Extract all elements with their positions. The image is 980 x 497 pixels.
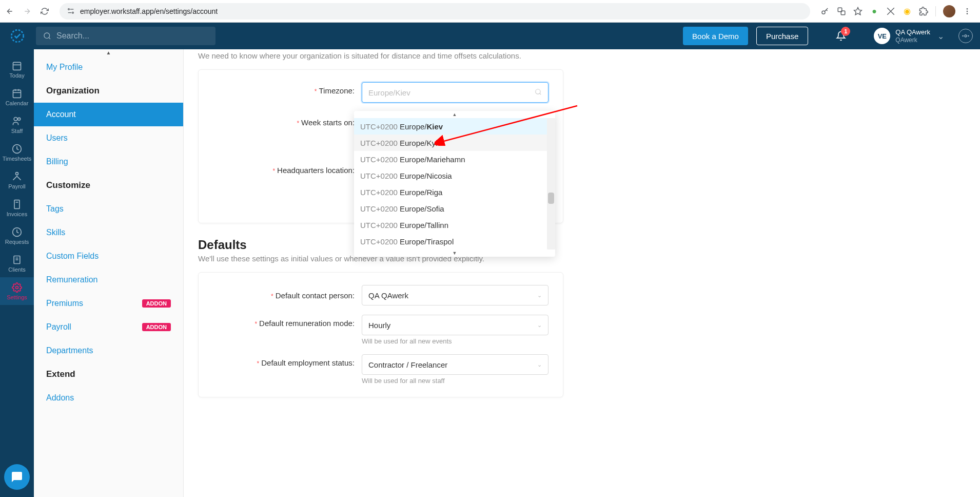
sidebar-item-billing[interactable]: Billing: [34, 150, 183, 174]
ext3-icon[interactable]: ◉: [903, 7, 912, 16]
svg-rect-17: [13, 62, 21, 70]
svg-point-14: [965, 35, 967, 37]
profile-avatar-icon[interactable]: [943, 5, 955, 17]
rail-today[interactable]: Today: [0, 55, 34, 83]
extensions-icon[interactable]: [919, 7, 928, 16]
content-area: Time & Location We need to know where yo…: [184, 49, 980, 497]
main-layout: Today Calendar Staff Timesheets Payroll …: [0, 49, 980, 497]
svg-point-8: [967, 8, 968, 10]
employment-select[interactable]: Contractor / Freelancer⌄: [362, 354, 548, 375]
sidebar-item-users[interactable]: Users: [34, 126, 183, 150]
forward-icon[interactable]: [23, 7, 32, 16]
dropdown-item[interactable]: UTC+0200 Europe/Tallinn: [354, 217, 555, 233]
rail-timesheets[interactable]: Timesheets: [0, 139, 34, 166]
book-demo-button[interactable]: Book a Demo: [683, 27, 748, 45]
back-icon[interactable]: [5, 7, 14, 16]
dropdown-item[interactable]: UTC+0200 Europe/Nicosia: [354, 167, 555, 184]
browser-actions: ● ◉: [820, 5, 975, 17]
svg-marker-7: [854, 7, 862, 14]
svg-line-35: [540, 93, 541, 94]
svg-point-12: [44, 33, 50, 39]
dropdown-scrollbar[interactable]: [547, 118, 555, 250]
user-avatar: VE: [874, 28, 890, 44]
app-header: Search... Book a Demo Purchase 1 VE QA Q…: [0, 23, 980, 49]
contact-label: *Default contact person:: [213, 291, 362, 300]
reload-icon[interactable]: [40, 7, 49, 16]
timezone-dropdown: ▲ UTC+0200 Europe/KievUTC+0200 Europe/Ky…: [354, 111, 555, 257]
sidebar-item-custom-fields[interactable]: Custom Fields: [34, 244, 183, 268]
dropdown-item[interactable]: UTC+0200 Europe/Sofia: [354, 200, 555, 217]
section-subtitle-defaults: We'll use these settings as initial valu…: [198, 254, 967, 263]
notifications-button[interactable]: 1: [835, 30, 847, 42]
timezone-input[interactable]: Europe/Kiev: [362, 82, 548, 103]
rail-invoices[interactable]: Invoices: [0, 194, 34, 222]
employment-hint: Will be used for all new staff: [362, 377, 548, 385]
week-starts-label: *Week starts on:: [213, 118, 362, 127]
svg-point-23: [14, 118, 17, 121]
remuneration-hint: Will be used for all new events: [362, 337, 548, 345]
svg-point-24: [18, 118, 21, 120]
remuneration-select[interactable]: Hourly⌄: [362, 315, 548, 335]
section-subtitle-time-location: We need to know where your organization …: [198, 51, 967, 60]
dropdown-item[interactable]: UTC+0200 Europe/Tiraspol: [354, 233, 555, 250]
svg-point-33: [16, 286, 18, 289]
dropdown-scroll-thumb[interactable]: [548, 193, 554, 204]
scroll-up-arrow[interactable]: ▲: [34, 49, 183, 55]
chevron-down-icon: ⌄: [537, 322, 542, 329]
sidebar-heading-extend: Extend: [34, 362, 183, 386]
dropdown-item[interactable]: UTC+0200 Europe/Kiev: [354, 118, 555, 135]
section-title-defaults: Defaults: [198, 238, 967, 252]
rail-settings[interactable]: Settings: [0, 277, 34, 305]
svg-rect-19: [13, 90, 21, 98]
sidebar-item-addons[interactable]: Addons: [34, 386, 183, 410]
rail-staff[interactable]: Staff: [0, 111, 34, 139]
site-settings-icon[interactable]: [67, 7, 75, 15]
dropdown-item[interactable]: UTC+0200 Europe/Mariehamn: [354, 151, 555, 167]
url-text: employer.workstaff.app/en/settings/accou…: [80, 7, 218, 15]
notification-badge: 1: [841, 27, 850, 36]
rail-clients[interactable]: Clients: [0, 250, 34, 277]
sidebar-heading-customize: Customize: [34, 174, 183, 197]
sidebar-item-remuneration[interactable]: Remuneration: [34, 268, 183, 292]
sidebar-item-departments[interactable]: Departments: [34, 339, 183, 362]
dropdown-scroll-up[interactable]: ▲: [354, 111, 555, 118]
app-logo-icon[interactable]: [7, 26, 28, 46]
chat-button[interactable]: [4, 464, 30, 490]
key-icon[interactable]: [820, 7, 830, 16]
sidebar-item-payroll[interactable]: PayrollADDON: [34, 315, 183, 339]
translate-icon[interactable]: [837, 7, 846, 16]
rail-calendar[interactable]: Calendar: [0, 83, 34, 111]
ext1-icon[interactable]: ●: [870, 7, 879, 16]
ext2-icon[interactable]: [886, 7, 895, 16]
rail-payroll[interactable]: Payroll: [0, 166, 34, 194]
addon-badge: ADDON: [142, 323, 171, 331]
purchase-button[interactable]: Purchase: [756, 27, 808, 45]
sidebar-item-premiums[interactable]: PremiumsADDON: [34, 292, 183, 315]
remuneration-label: *Default remuneration mode:: [213, 315, 362, 328]
search-placeholder: Search...: [56, 31, 89, 41]
hq-label: *Headquarters location:: [213, 166, 362, 175]
contact-select[interactable]: QA QAwerk⌄: [362, 285, 548, 305]
url-bar[interactable]: employer.workstaff.app/en/settings/accou…: [60, 3, 810, 20]
sidebar-item-tags[interactable]: Tags: [34, 197, 183, 221]
chevron-down-icon: ⌄: [937, 31, 944, 41]
sidebar-item-account[interactable]: Account: [34, 103, 183, 126]
sidebar-item-my-profile[interactable]: My Profile: [34, 55, 183, 79]
user-menu[interactable]: VE QA QAwerk QAwerk ⌄: [874, 28, 944, 44]
svg-point-16: [968, 35, 969, 36]
star-icon[interactable]: [853, 7, 863, 16]
search-icon: [535, 88, 542, 97]
divider: [935, 6, 936, 16]
sidebar-heading-organization: Organization: [34, 79, 183, 103]
search-input[interactable]: Search...: [36, 27, 215, 45]
dropdown-item[interactable]: UTC+0200 Europe/Kyiv: [354, 135, 555, 151]
chevron-down-icon: ⌄: [537, 361, 542, 368]
sidebar-item-skills[interactable]: Skills: [34, 221, 183, 244]
help-icon[interactable]: [958, 29, 973, 43]
rail-requests[interactable]: Requests: [0, 222, 34, 250]
dropdown-scroll-down[interactable]: ▼: [354, 250, 555, 257]
svg-point-2: [72, 12, 74, 13]
search-icon: [43, 32, 51, 40]
dropdown-item[interactable]: UTC+0200 Europe/Riga: [354, 184, 555, 200]
menu-icon[interactable]: [963, 7, 972, 16]
